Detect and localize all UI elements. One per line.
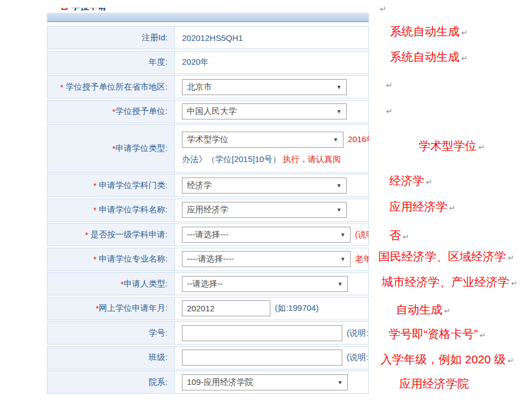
dropdown-select[interactable]: ---请选择---▼ xyxy=(182,227,351,243)
annotation-text: 系统自动生成↵ xyxy=(390,49,468,66)
text-input[interactable] xyxy=(182,300,270,316)
field-hint-red: 2016年 xyxy=(348,134,369,145)
annotation-text: 系统自动生成↵ xyxy=(390,24,468,40)
dropdown-select[interactable]: 应用经济学▼ xyxy=(182,202,347,218)
form-row: * 申请学位学科门类:经济学▼ xyxy=(47,174,369,197)
field-label: *网上学位申请年月: xyxy=(48,298,175,320)
annotation-text: 经济学↵ xyxy=(389,173,432,190)
field-value-cell: 202012HS5QH1 xyxy=(175,27,368,49)
form-row: 班级:(说明: xyxy=(47,346,369,369)
field-label-text: 注册Id: xyxy=(142,33,168,43)
annotation-text: 城市经济学、产业经济学↵ xyxy=(382,274,518,291)
chevron-down-icon: ▼ xyxy=(340,232,346,238)
field-value-cell: 中国人民大学▼ xyxy=(175,101,368,123)
field-label: 注册Id: xyxy=(48,27,175,49)
field-label: *学位授予单位: xyxy=(48,101,175,123)
annotation-label: 入学年级，例如 2020 级 xyxy=(380,353,505,366)
field-label: 班级: xyxy=(48,347,175,369)
form-row: *网上学位申请年月:(如:199704) xyxy=(47,297,369,320)
dropdown-select[interactable]: 经济学▼ xyxy=(182,178,347,194)
field-value-cell: 北京市▼ xyxy=(175,76,368,98)
field-label: 院系: xyxy=(48,371,175,393)
annotation-text: 应用经济学↵ xyxy=(389,199,456,216)
form-section-icon xyxy=(61,8,67,10)
field-value-cell: (如:199704) xyxy=(175,298,368,320)
field-label: *申请学位类型: xyxy=(48,125,175,172)
field-label: * 申请学位学科门类: xyxy=(48,174,175,196)
paragraph-mark-icon: ↵ xyxy=(426,178,432,186)
field-label-text: 申请人类型: xyxy=(124,279,168,289)
required-asterisk: * xyxy=(93,254,99,264)
form-section-header: 学位申请 xyxy=(47,8,369,22)
required-asterisk: * xyxy=(93,205,99,215)
field-static-value: 202012HS5QH1 xyxy=(182,33,243,43)
paragraph-mark-icon: ↵ xyxy=(508,253,514,262)
chevron-down-icon: ▼ xyxy=(340,256,346,262)
field-hint-red: 老年产 xyxy=(355,254,369,264)
form-row: 院系:109-应用经济学院▼ xyxy=(47,371,369,394)
field-label-text: 网上学位申请年月: xyxy=(99,303,168,314)
form-row: * 是否按一级学科申请:---请选择---▼(说明: xyxy=(47,223,369,246)
field-label: *申请人类型: xyxy=(48,273,175,295)
field-label-text: 申请学位专业名称: xyxy=(99,254,168,264)
paragraph-mark-icon: ↵ xyxy=(444,306,451,315)
chevron-down-icon: ▼ xyxy=(336,108,342,114)
dropdown-select[interactable]: ----请选择----▼ xyxy=(182,251,351,267)
field-value-cell: 学术型学位▼2016年办法》（学位[2015]10号） 执行，请认真阅 xyxy=(175,125,368,172)
annotation-label: 应用经济学 xyxy=(389,200,447,213)
dropdown-selected-value: 109-应用经济学院 xyxy=(187,377,253,388)
annotation-text: 否↵ xyxy=(389,228,409,244)
dropdown-select[interactable]: --请选择--▼ xyxy=(182,276,348,292)
dropdown-selected-value: 中国人民大学 xyxy=(187,106,237,117)
field-value-cell: 应用经济学▼ xyxy=(175,199,368,221)
annotation-text: 国民经济学、区域经济学↵ xyxy=(378,249,514,265)
dropdown-select[interactable]: 109-应用经济学院▼ xyxy=(182,374,348,390)
field-hint: (如:199704) xyxy=(275,303,319,314)
field-static-value: 2020年 xyxy=(182,57,208,67)
annotation-label: 学号即“资格卡号” xyxy=(389,327,478,340)
form-row: * 申请学位学科名称:应用经济学▼ xyxy=(47,199,369,222)
dropdown-select[interactable]: 中国人民大学▼ xyxy=(182,103,347,119)
dropdown-selected-value: ----请选择---- xyxy=(187,254,234,264)
annotation-text: 自动生成↵ xyxy=(396,302,451,319)
field-label-text: 学号: xyxy=(149,328,168,338)
notice-text-red: 执行，请认真阅 xyxy=(280,154,341,164)
annotation-text: 应用经济学院 xyxy=(399,376,469,392)
field-label-text: 班级: xyxy=(149,352,168,363)
annotation-label: 系统自动生成 xyxy=(390,50,460,63)
field-label-text: 学位授予单位: xyxy=(116,106,168,117)
paragraph-mark-icon: ↵ xyxy=(507,356,514,365)
annotation-text: 学号即“资格卡号”↵ xyxy=(389,326,486,343)
paragraph-mark-icon: ↵ xyxy=(449,204,456,212)
field-label: 年度: xyxy=(48,51,175,74)
field-label: * 学位授予单位所在省市地区: xyxy=(48,76,175,98)
dropdown-select[interactable]: 学术型学位▼ xyxy=(182,132,343,148)
text-input[interactable] xyxy=(182,325,342,341)
annotation-label: 系统自动生成 xyxy=(390,25,460,38)
required-asterisk: * xyxy=(60,82,66,92)
required-asterisk: * xyxy=(93,181,99,190)
form-section-title-text: 学位申请 xyxy=(71,8,107,13)
chevron-down-icon: ▼ xyxy=(333,137,338,143)
field-value-cell: ----请选择----▼老年产 xyxy=(175,248,368,270)
form-row: 学号:(说明: xyxy=(47,321,369,345)
chevron-down-icon: ▼ xyxy=(337,379,343,385)
field-label: 学号: xyxy=(48,322,175,344)
field-value-line2: 办法》（学位[2015]10号） 执行，请认真阅 xyxy=(182,154,341,165)
form-row: * 学位授予单位所在省市地区:北京市▼ xyxy=(47,75,369,98)
field-label: * 申请学位学科名称: xyxy=(48,199,175,221)
paragraph-mark: ↵ xyxy=(378,1,387,19)
paragraph-mark-icon: ↵ xyxy=(380,4,387,13)
form-screenshot: 学位申请 注册Id:202012HS5QH1年度:2020年* 学位授予单位所在… xyxy=(47,8,369,395)
dropdown-select[interactable]: 北京市▼ xyxy=(182,79,347,95)
paragraph-mark-icon: ↵ xyxy=(461,28,468,37)
field-value-cell: 2020年 xyxy=(175,51,368,74)
field-label-text: 年度: xyxy=(149,57,168,67)
annotation-text: 学术型学位↵ xyxy=(419,138,485,155)
paragraph-mark: ↵ xyxy=(384,103,393,122)
field-value-cell: --请选择--▼ xyxy=(175,273,368,295)
field-label-text: 是否按一级学科申请: xyxy=(91,230,168,240)
text-input[interactable] xyxy=(182,350,342,366)
field-label: * 是否按一级学科申请: xyxy=(48,223,175,246)
dropdown-selected-value: 学术型学位 xyxy=(187,134,228,145)
